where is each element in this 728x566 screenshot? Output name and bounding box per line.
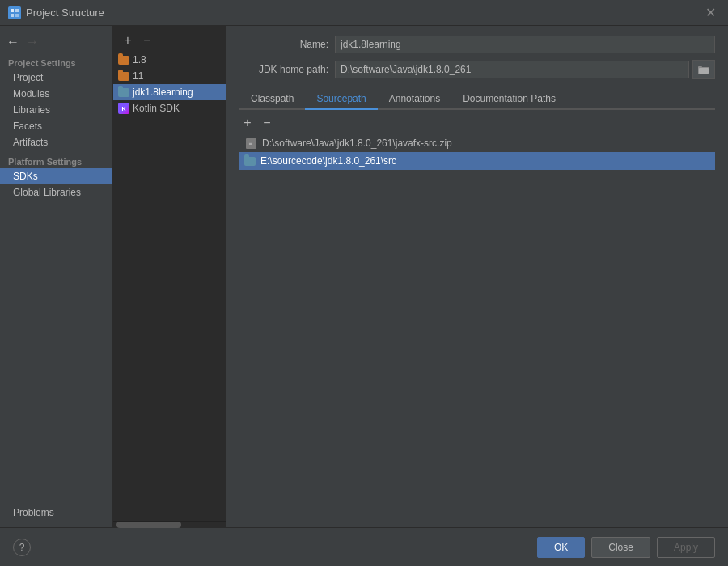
- remove-path-button[interactable]: −: [259, 115, 275, 131]
- tab-sourcepath[interactable]: Sourcepath: [305, 89, 377, 110]
- sidebar-item-artifacts[interactable]: Artifacts: [0, 134, 112, 150]
- sdk-tree-panel: + − 1.8 11 jdk1.8learning K Kotlin SDK: [113, 26, 226, 527]
- tab-content-sourcepath: + − D:\software\Java\jdk1.8.0_261\javafx…: [239, 110, 715, 521]
- bottom-bar: ? OK Close Apply: [0, 527, 728, 566]
- browse-button[interactable]: [692, 60, 715, 79]
- project-settings-label: Project Settings: [0, 55, 112, 70]
- sdk-item-jdk1.8learning[interactable]: jdk1.8learning: [113, 84, 226, 100]
- jdk-home-row: JDK home path:: [239, 60, 715, 79]
- back-button[interactable]: ←: [5, 34, 21, 50]
- svg-rect-1: [15, 9, 19, 12]
- tabs-bar: Classpath Sourcepath Annotations Documen…: [239, 89, 715, 110]
- file-list: D:\software\Java\jdk1.8.0_261\javafx-src…: [239, 134, 715, 521]
- tab-content-toolbar: + −: [239, 110, 715, 134]
- tab-annotations[interactable]: Annotations: [378, 89, 451, 110]
- close-dialog-button[interactable]: Close: [591, 537, 650, 558]
- close-icon[interactable]: ✕: [701, 5, 720, 21]
- svg-rect-3: [15, 14, 19, 17]
- jdk-home-label: JDK home path:: [239, 64, 328, 75]
- zip-icon: [244, 137, 257, 149]
- sidebar-item-problems[interactable]: Problems: [0, 505, 112, 521]
- kotlin-icon: K: [118, 103, 129, 114]
- app-icon: [8, 6, 21, 19]
- remove-sdk-button[interactable]: −: [139, 32, 155, 49]
- main-layout: ← → Project Settings Project Modules Lib…: [0, 26, 728, 527]
- sidebar: ← → Project Settings Project Modules Lib…: [0, 26, 113, 527]
- tab-documentation-paths[interactable]: Documentation Paths: [451, 89, 567, 110]
- sidebar-item-facets[interactable]: Facets: [0, 118, 112, 134]
- ok-button[interactable]: OK: [537, 537, 585, 558]
- jdk-home-input[interactable]: [335, 61, 689, 78]
- sdk-item-11[interactable]: 11: [113, 68, 226, 84]
- sdk-toolbar: + −: [113, 29, 226, 52]
- folder-dir-icon: [244, 157, 256, 166]
- forward-button[interactable]: →: [24, 34, 40, 50]
- title-bar: Project Structure ✕: [0, 0, 728, 26]
- folder-blue-icon: [118, 88, 129, 97]
- horizontal-scrollbar[interactable]: [113, 521, 226, 527]
- help-button[interactable]: ?: [13, 539, 31, 556]
- platform-settings-label: Platform Settings: [0, 150, 112, 168]
- sidebar-item-modules[interactable]: Modules: [0, 86, 112, 102]
- add-sdk-button[interactable]: +: [120, 32, 136, 49]
- svg-rect-6: [699, 68, 709, 74]
- dialog-buttons: OK Close Apply: [537, 537, 715, 558]
- sdk-item-kotlin[interactable]: K Kotlin SDK: [113, 100, 226, 116]
- name-input[interactable]: [335, 36, 715, 53]
- name-label: Name:: [239, 39, 328, 50]
- sidebar-item-global-libraries[interactable]: Global Libraries: [0, 184, 112, 201]
- tab-classpath[interactable]: Classpath: [239, 89, 305, 110]
- sidebar-item-libraries[interactable]: Libraries: [0, 102, 112, 118]
- file-item-javafx-src[interactable]: D:\software\Java\jdk1.8.0_261\javafx-src…: [239, 134, 715, 152]
- sidebar-item-project[interactable]: Project: [0, 70, 112, 86]
- sidebar-item-sdks[interactable]: SDKs: [0, 168, 112, 184]
- scrollbar-thumb[interactable]: [116, 522, 181, 528]
- folder-orange-icon-2: [118, 72, 129, 81]
- folder-browse-icon: [698, 65, 709, 74]
- window-title: Project Structure: [26, 6, 104, 19]
- svg-rect-2: [11, 14, 14, 17]
- name-row: Name:: [239, 36, 715, 53]
- svg-rect-0: [11, 9, 14, 12]
- sdk-item-1.8[interactable]: 1.8: [113, 52, 226, 68]
- add-path-button[interactable]: +: [239, 115, 256, 131]
- file-item-jdk-src[interactable]: E:\sourcecode\jdk1.8.0_261\src: [239, 152, 715, 170]
- content-panel: Name: JDK home path: Classpath Sourcepat…: [226, 26, 728, 527]
- folder-orange-icon: [118, 56, 129, 65]
- apply-button[interactable]: Apply: [657, 537, 715, 558]
